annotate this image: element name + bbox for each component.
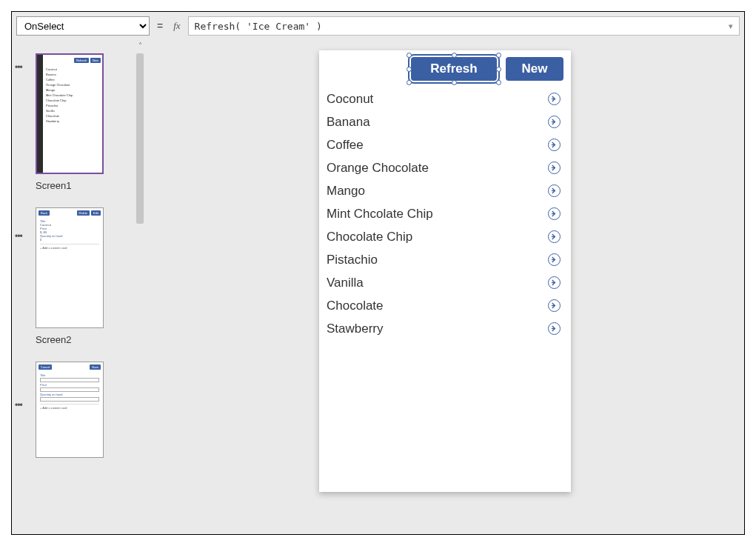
canvas-header: Refresh New bbox=[319, 50, 571, 87]
canvas-area: Refresh New bbox=[146, 40, 744, 534]
scroll-up-icon[interactable]: ˄ bbox=[134, 41, 146, 50]
flavor-label: Pistachio bbox=[327, 253, 378, 267]
arrow-right-icon[interactable] bbox=[548, 322, 561, 335]
arrow-right-icon[interactable] bbox=[548, 299, 561, 312]
arrow-right-icon[interactable] bbox=[548, 116, 561, 128]
list-item[interactable]: Chocolate Chip bbox=[319, 225, 571, 248]
resize-handle[interactable] bbox=[496, 80, 501, 85]
thumbnail-scrollbar[interactable]: ˄ bbox=[134, 40, 146, 534]
formula-input-container[interactable]: Refresh( 'Ice Cream' ) ▾ bbox=[188, 16, 740, 36]
app-frame: OnSelect = fx Refresh( 'Ice Cream' ) ▾ •… bbox=[11, 11, 745, 535]
mini-new-button: New bbox=[90, 58, 101, 63]
flavor-label: Coconut bbox=[327, 92, 373, 107]
formula-input[interactable]: Refresh( 'Ice Cream' ) bbox=[195, 21, 729, 32]
screen-thumbnails-panel: ••• Refresh New Coconut Banana Coffee Or… bbox=[12, 40, 134, 534]
mini-delete-button: Delete bbox=[77, 210, 90, 216]
refresh-button[interactable]: Refresh bbox=[411, 57, 497, 81]
list-item[interactable]: Vanilla bbox=[319, 271, 571, 294]
thumbnail-screen2[interactable]: Back Delete Edit Title Coconut Price $ .… bbox=[36, 207, 104, 328]
list-item[interactable]: Orange Chocolate bbox=[319, 156, 571, 179]
mini-edit-button: Edit bbox=[91, 210, 101, 216]
new-button-label: New bbox=[522, 61, 548, 76]
arrow-right-icon[interactable] bbox=[548, 276, 561, 289]
thumbnail-more-icon[interactable]: ••• bbox=[15, 62, 22, 73]
thumbnail-label-screen1: Screen1 bbox=[36, 180, 127, 191]
resize-handle[interactable] bbox=[407, 80, 412, 85]
resize-handle[interactable] bbox=[407, 53, 412, 58]
list-item[interactable]: Mint Chcolate Chip bbox=[319, 202, 571, 225]
formula-bar: OnSelect = fx Refresh( 'Ice Cream' ) ▾ bbox=[12, 12, 744, 40]
canvas-screen[interactable]: Refresh New bbox=[319, 50, 571, 492]
thumbnail-more-icon[interactable]: ••• bbox=[15, 231, 22, 242]
arrow-right-icon[interactable] bbox=[548, 253, 561, 266]
list-item[interactable]: Coconut bbox=[319, 87, 571, 110]
mini-refresh-button: Refresh bbox=[74, 58, 89, 63]
arrow-right-icon[interactable] bbox=[548, 93, 561, 105]
flavor-label: Banana bbox=[327, 115, 370, 130]
equals-sign: = bbox=[154, 20, 166, 32]
flavor-label: Chocolate bbox=[327, 299, 384, 313]
list-item[interactable]: Stawberry bbox=[319, 317, 571, 340]
scroll-thumb[interactable] bbox=[136, 53, 144, 224]
flavor-label: Mango bbox=[327, 184, 365, 199]
property-dropdown[interactable]: OnSelect bbox=[16, 16, 150, 36]
mini-cancel-button: Cancel bbox=[39, 364, 52, 370]
thumbnail-screen3[interactable]: Cancel Save Title Price Quantity on hand… bbox=[36, 362, 104, 458]
thumbnail-more-icon[interactable]: ••• bbox=[15, 400, 22, 410]
resize-handle[interactable] bbox=[496, 53, 501, 58]
thumbnail-label-screen2: Screen2 bbox=[36, 334, 127, 345]
flavor-label: Stawberry bbox=[327, 322, 384, 336]
list-item[interactable]: Pistachio bbox=[319, 248, 571, 271]
arrow-right-icon[interactable] bbox=[548, 207, 561, 220]
list-item[interactable]: Mango bbox=[319, 179, 571, 202]
new-button[interactable]: New bbox=[506, 57, 563, 81]
arrow-right-icon[interactable] bbox=[548, 230, 561, 243]
resize-handle[interactable] bbox=[452, 80, 457, 85]
flavor-label: Coffee bbox=[327, 138, 364, 153]
resize-handle[interactable] bbox=[452, 53, 457, 58]
flavor-label: Mint Chcolate Chip bbox=[327, 207, 433, 222]
mini-save-button: Save bbox=[90, 364, 101, 370]
mini-flavor-list: Coconut Banana Coffee Orange Chocolate M… bbox=[37, 65, 102, 125]
arrow-right-icon[interactable] bbox=[548, 184, 561, 197]
refresh-button-label: Refresh bbox=[430, 61, 477, 76]
list-item[interactable]: Banana bbox=[319, 110, 571, 133]
list-item[interactable]: Chocolate bbox=[319, 294, 571, 317]
flavor-gallery[interactable]: Coconut Banana Coffee Orange Chocolate bbox=[319, 87, 571, 340]
flavor-label: Orange Chocolate bbox=[327, 161, 429, 176]
fx-label: fx bbox=[170, 20, 183, 32]
arrow-right-icon[interactable] bbox=[548, 139, 561, 151]
chevron-down-icon[interactable]: ▾ bbox=[729, 21, 733, 31]
flavor-label: Chocolate Chip bbox=[327, 230, 412, 244]
workspace: ••• Refresh New Coconut Banana Coffee Or… bbox=[12, 40, 744, 534]
resize-handle[interactable] bbox=[407, 67, 412, 72]
mini-back-button: Back bbox=[39, 210, 50, 216]
flavor-label: Vanilla bbox=[327, 276, 364, 290]
arrow-right-icon[interactable] bbox=[548, 162, 561, 174]
list-item[interactable]: Coffee bbox=[319, 133, 571, 156]
thumbnail-screen1[interactable]: Refresh New Coconut Banana Coffee Orange… bbox=[36, 53, 104, 174]
resize-handle[interactable] bbox=[496, 67, 501, 72]
